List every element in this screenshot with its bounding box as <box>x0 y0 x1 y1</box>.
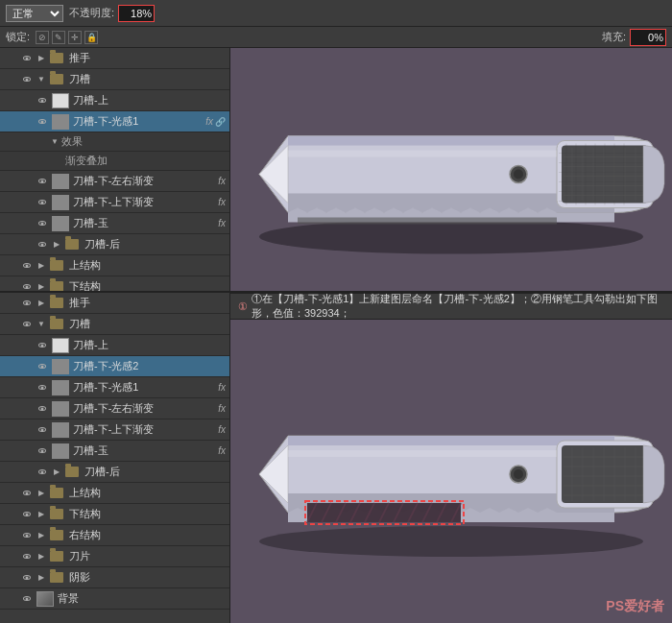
expand-arrow[interactable]: ▶ <box>36 299 46 308</box>
layer-item-shangjiegou[interactable]: ▶ 上结构 <box>0 255 229 276</box>
layer-item-b-yinying[interactable]: ▶ 阴影 <box>0 567 229 588</box>
layer-item-b-guanggan1[interactable]: 刀槽-下-光感1 fx <box>0 377 229 398</box>
expand-arrow[interactable]: ▼ <box>36 320 46 329</box>
blend-mode-select[interactable]: 正常 <box>6 5 63 22</box>
fx-badge: fx <box>218 218 226 228</box>
layer-item-b-daocao-shang[interactable]: 刀槽-上 <box>0 335 229 356</box>
expand-arrow[interactable]: ▶ <box>36 489 46 498</box>
layer-thumb <box>48 72 65 87</box>
layer-thumb <box>36 591 54 607</box>
layer-item-b-daocao-folder[interactable]: ▼ 刀槽 <box>0 314 229 335</box>
layer-thumb <box>52 422 69 438</box>
visibility-icon[interactable] <box>35 195 50 210</box>
layer-item-b-beijing[interactable]: 背景 <box>0 588 229 610</box>
visibility-icon[interactable] <box>19 296 35 311</box>
visibility-icon[interactable] <box>19 258 35 274</box>
layer-item-daocao-shang[interactable]: 刀槽-上 <box>0 90 229 111</box>
expand-arrow[interactable]: ▶ <box>36 261 46 271</box>
visibility-icon[interactable] <box>35 338 50 353</box>
top-layer-panel: ▶ 推手 ▼ 刀槽 刀槽-上 <box>0 48 229 293</box>
visibility-icon[interactable] <box>19 486 35 501</box>
visibility-icon[interactable] <box>19 279 35 294</box>
expand-arrow[interactable]: ▶ <box>52 467 61 477</box>
visibility-icon[interactable] <box>35 237 50 252</box>
lock-all-icon[interactable]: 🔒 <box>84 31 98 44</box>
lock-move-icon[interactable]: ✛ <box>68 31 82 44</box>
visibility-icon[interactable] <box>35 93 50 108</box>
visibility-icon[interactable] <box>35 359 50 374</box>
visibility-icon[interactable] <box>35 380 50 395</box>
visibility-icon[interactable] <box>35 465 50 480</box>
layer-name: 刀槽-下-左右渐变 <box>73 401 216 416</box>
visibility-icon[interactable] <box>19 507 35 522</box>
layer-item-b-shouzhuo[interactable]: ▶ 推手 <box>0 293 229 314</box>
visibility-icon[interactable] <box>19 570 35 586</box>
visibility-icon[interactable] <box>35 174 50 189</box>
layer-item-shangxiajianbian[interactable]: 刀槽-下-上下渐变 fx <box>0 192 229 213</box>
layer-item-shouzhuo[interactable]: ▶ 推手 <box>0 48 229 69</box>
visibility-icon[interactable] <box>35 443 50 459</box>
lock-paint-icon[interactable]: ✎ <box>52 31 65 44</box>
fx-badge: fx <box>218 176 226 186</box>
visibility-icon[interactable] <box>19 317 35 332</box>
layer-name: 刀槽-下-光感2 <box>73 359 226 373</box>
main-area: ▶ 推手 ▼ 刀槽 刀槽-上 <box>0 48 672 623</box>
layer-name: 下结构 <box>69 279 226 293</box>
fill-input[interactable] <box>630 29 666 46</box>
visibility-icon[interactable] <box>19 528 35 543</box>
top-canvas <box>230 48 672 293</box>
fx-badge: fx <box>218 197 226 207</box>
expand-arrow[interactable]: ▶ <box>36 54 46 63</box>
visibility-icon[interactable] <box>35 114 50 130</box>
layer-thumb <box>52 216 69 231</box>
layer-item-b-shangjiegou[interactable]: ▶ 上结构 <box>0 483 229 504</box>
effects-group: ▼ 效果 <box>0 132 229 152</box>
layer-item-daocao-guanggan1[interactable]: 刀槽-下-光感1 fx 🔗 <box>0 111 229 132</box>
opacity-input[interactable] <box>118 5 155 22</box>
fx-badge: fx <box>205 116 213 127</box>
layer-thumb <box>48 296 65 311</box>
layer-item-b-xiajiegou[interactable]: ▶ 下结构 <box>0 504 229 525</box>
layer-thumb <box>48 279 65 294</box>
layer-item-b-zuoyoujianbian[interactable]: 刀槽-下-左右渐变 fx <box>0 398 229 419</box>
layer-item-zuoyoujianbian[interactable]: 刀槽-下-左右渐变 fx <box>0 171 229 192</box>
layer-thumb <box>63 237 81 252</box>
visibility-icon[interactable] <box>19 591 35 607</box>
layer-thumb <box>52 174 69 189</box>
layer-item-daocao-yu[interactable]: 刀槽-玉 fx <box>0 213 229 234</box>
visibility-icon[interactable] <box>35 216 50 231</box>
layer-item-b-daocao-hou[interactable]: ▶ 刀槽-后 <box>0 462 229 483</box>
lock-row: 锁定: ⊘ ✎ ✛ 🔒 填充: <box>0 27 672 48</box>
layer-item-b-guanggan2[interactable]: 刀槽-下-光感2 <box>0 356 229 377</box>
layer-name: 刀槽 <box>69 317 226 331</box>
visibility-icon[interactable] <box>19 51 35 66</box>
expand-arrow[interactable]: ▶ <box>36 552 46 562</box>
effect-arrow[interactable]: ▼ <box>50 137 60 147</box>
layer-name: 刀槽-下-上下渐变 <box>73 195 216 209</box>
layer-item-b-shangxiajianbian[interactable]: 刀槽-下-上下渐变 fx <box>0 419 229 441</box>
layer-name: 上结构 <box>69 258 226 273</box>
visibility-icon[interactable] <box>35 401 50 417</box>
fx-badge: fx <box>218 424 226 435</box>
layer-thumb <box>48 549 65 564</box>
expand-arrow[interactable]: ▶ <box>36 573 46 583</box>
lock-transparent-icon[interactable]: ⊘ <box>36 31 49 44</box>
layer-item-b-daocao-yu[interactable]: 刀槽-玉 fx <box>0 441 229 462</box>
expand-arrow[interactable]: ▶ <box>36 510 46 519</box>
gradient-overlay-effect: 渐变叠加 <box>0 152 229 171</box>
expand-arrow[interactable]: ▼ <box>36 75 46 84</box>
layer-item-b-daopian[interactable]: ▶ 刀片 <box>0 546 229 567</box>
layer-item-daocao-folder[interactable]: ▼ 刀槽 <box>0 69 229 90</box>
top-toolbar: 正常 不透明度: <box>0 0 672 27</box>
layer-name: 推手 <box>69 296 226 310</box>
expand-arrow[interactable]: ▶ <box>52 240 61 250</box>
svg-point-29 <box>514 170 523 180</box>
visibility-icon[interactable] <box>19 72 35 87</box>
visibility-icon[interactable] <box>19 549 35 564</box>
layer-item-xiajiegou[interactable]: ▶ 下结构 <box>0 276 229 293</box>
layer-item-b-youjiegou[interactable]: ▶ 右结构 <box>0 525 229 546</box>
visibility-icon[interactable] <box>35 422 50 438</box>
layer-item-daocao-hou[interactable]: ▶ 刀槽-后 <box>0 234 229 255</box>
expand-arrow[interactable]: ▶ <box>36 282 46 292</box>
expand-arrow[interactable]: ▶ <box>36 531 46 540</box>
